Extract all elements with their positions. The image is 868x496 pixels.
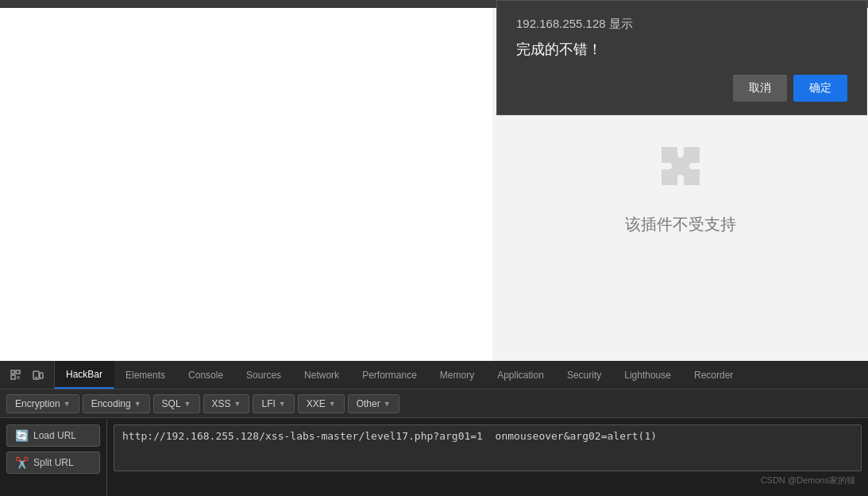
tab-lighthouse[interactable]: Lighthouse	[613, 361, 683, 389]
sql-dropdown-arrow: ▼	[184, 400, 191, 408]
hackbar-toolbar: Encryption ▼ Encoding ▼ SQL ▼ XSS ▼ LFI …	[0, 389, 868, 418]
split-url-button[interactable]: ✂️ Split URL	[6, 451, 100, 474]
svg-rect-2	[11, 375, 15, 379]
svg-rect-5	[40, 373, 43, 378]
hackbar-content: 🔄 Load URL ✂️ Split URL CSDN @Demons家的猫	[0, 418, 868, 496]
hackbar-url-area: CSDN @Demons家的猫	[107, 418, 868, 496]
svg-rect-3	[17, 376, 20, 379]
other-dropdown-arrow: ▼	[384, 400, 391, 408]
other-button[interactable]: Other ▼	[348, 394, 399, 413]
alert-dialog: 192.168.255.128 显示 完成的不错！ 取消 确定	[496, 0, 867, 115]
load-url-icon: 🔄	[15, 429, 29, 442]
xxe-dropdown-arrow: ▼	[329, 400, 336, 408]
svg-rect-1	[16, 370, 20, 374]
xss-dropdown-arrow: ▼	[234, 400, 241, 408]
encoding-button[interactable]: Encoding ▼	[83, 394, 150, 413]
svg-rect-0	[11, 370, 14, 374]
devtools-tab-bar: HackBar Elements Console Sources Network…	[0, 361, 868, 389]
lfi-button[interactable]: LFI ▼	[253, 394, 294, 413]
devtools-inspect-icon[interactable]	[6, 366, 25, 385]
alert-title: 192.168.255.128 显示	[516, 17, 847, 32]
hackbar-actions: 🔄 Load URL ✂️ Split URL	[0, 418, 107, 496]
tab-memory[interactable]: Memory	[429, 361, 486, 389]
alert-message: 完成的不错！	[516, 40, 847, 59]
tab-performance[interactable]: Performance	[351, 361, 429, 389]
left-panel	[0, 8, 492, 361]
tab-recorder[interactable]: Recorder	[683, 361, 745, 389]
devtools-icon-group	[0, 361, 55, 389]
plugin-unsupported-text: 该插件不受支持	[625, 214, 736, 235]
url-input[interactable]	[114, 424, 862, 471]
tab-application[interactable]: Application	[486, 361, 556, 389]
puzzle-icon	[649, 134, 712, 198]
encryption-dropdown-arrow: ▼	[64, 400, 71, 408]
xss-button[interactable]: XSS ▼	[203, 394, 250, 413]
split-url-icon: ✂️	[15, 456, 29, 469]
tab-sources[interactable]: Sources	[235, 361, 293, 389]
encryption-button[interactable]: Encryption ▼	[6, 394, 79, 413]
alert-buttons: 取消 确定	[516, 75, 847, 102]
devtools-device-icon[interactable]	[29, 366, 48, 385]
encoding-dropdown-arrow: ▼	[134, 400, 141, 408]
xxe-button[interactable]: XXE ▼	[298, 394, 345, 413]
hackbar-footer: CSDN @Demons家的猫	[114, 471, 862, 490]
lfi-dropdown-arrow: ▼	[279, 400, 286, 408]
alert-cancel-button[interactable]: 取消	[733, 75, 787, 102]
hackbar-credit: CSDN @Demons家的猫	[761, 475, 855, 486]
devtools-panel: HackBar Elements Console Sources Network…	[0, 361, 868, 496]
load-url-button[interactable]: 🔄 Load URL	[6, 424, 100, 447]
tab-security[interactable]: Security	[556, 361, 613, 389]
sql-button[interactable]: SQL ▼	[153, 394, 200, 413]
tab-hackbar[interactable]: HackBar	[55, 361, 114, 389]
tab-elements[interactable]: Elements	[114, 361, 177, 389]
alert-ok-button[interactable]: 确定	[793, 75, 847, 102]
tab-network[interactable]: Network	[293, 361, 351, 389]
tab-console[interactable]: Console	[177, 361, 235, 389]
